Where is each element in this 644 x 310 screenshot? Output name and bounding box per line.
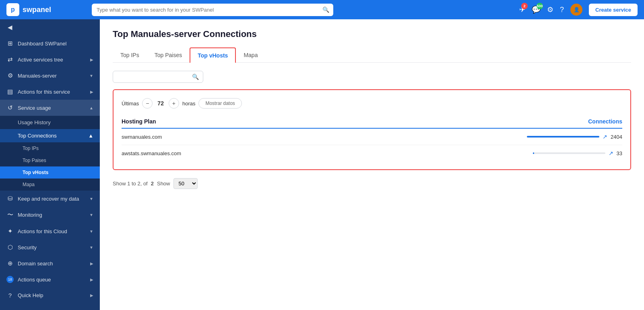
chevron-right-icon-2: ▶ [90, 90, 93, 94]
sidebar-item-top-connections[interactable]: Top Connections ▲ [0, 129, 100, 142]
sidebar-item-monitoring[interactable]: 〜 Monitoring ▼ [0, 207, 100, 223]
usage-history-label: Usage History [18, 119, 51, 125]
sidebar-item-keep-recover[interactable]: ⛁ Keep and recover my data ▼ [0, 191, 100, 207]
main-content: Top Manuales-server Connections Top IPs … [100, 19, 644, 310]
sidebar-item-dashboard[interactable]: ⊞ Dashboard SWPanel [0, 35, 100, 51]
top-vhosts-label: Top vHosts [23, 170, 48, 175]
connections-2: 33 [617, 150, 622, 156]
sidebar-item-service-usage[interactable]: ↺ Service usage ▲ [0, 100, 100, 116]
chevron-icon-monitoring: ▼ [89, 213, 93, 217]
tab-mapa[interactable]: Mapa [236, 47, 265, 63]
chevron-icon-security: ▼ [89, 245, 93, 250]
settings-btn[interactable]: ⚙ [547, 5, 553, 14]
mostrar-datos-btn[interactable]: Mostrar datos [198, 98, 242, 109]
ultimas-label: Últimas [122, 101, 139, 107]
tab-top-ips[interactable]: Top IPs [113, 47, 147, 63]
sidebar-item-top-ips[interactable]: Top IPs [0, 142, 100, 154]
notifications-btn[interactable]: ✈ 2 [519, 5, 525, 14]
sidebar-item-actions-queue[interactable]: 18 Actions queue ▶ [0, 271, 100, 287]
logo: p swpanel [6, 3, 87, 16]
top-connections-label: Top Connections [18, 133, 57, 139]
sidebar-item-actions-service[interactable]: ▤ Actions for this service ▶ [0, 84, 100, 100]
data-box: Últimas − 72 + horas Mostrar datos Hosti… [113, 89, 631, 170]
sidebar-label-manuales-server: Manuales-server [18, 73, 85, 79]
domain-1: swmanuales.com [122, 134, 162, 140]
chevron-icon-domain: ▶ [90, 261, 93, 266]
bar-2-container [533, 152, 605, 154]
top-connections-chevron: ▲ [88, 133, 93, 139]
sidebar-item-usage-history[interactable]: Usage History [0, 116, 100, 129]
top-paises-label: Top Paises [23, 158, 46, 163]
sidebar-label-dashboard: Dashboard SWPanel [18, 41, 93, 47]
sidebar-label-security: Security [18, 244, 85, 250]
help-btn[interactable]: ? [560, 6, 564, 14]
decrement-btn[interactable]: − [142, 98, 153, 109]
filter-search-icon: 🔍 [192, 74, 199, 80]
bar-2-fill [533, 152, 535, 154]
sidebar-item-security[interactable]: ⬡ Security ▼ [0, 239, 100, 255]
hours-value: 72 [156, 100, 165, 107]
bar-1-fill [527, 136, 599, 138]
top-ips-label: Top IPs [23, 146, 39, 151]
per-page-select[interactable]: 10 25 50 100 [173, 178, 198, 189]
sidebar-item-quick-help[interactable]: ? Quick Help ▶ [0, 287, 100, 303]
server-icon: ⚙ [6, 72, 14, 79]
monitoring-icon: 〜 [6, 211, 14, 219]
domain-search-icon: ⊕ [6, 260, 14, 267]
filter-search-container: 🔍 [113, 71, 203, 83]
sidebar-collapse-btn[interactable]: ◀ [0, 19, 100, 35]
pagination: Show 1 to 2, of 2 Show 10 25 50 100 [113, 178, 631, 189]
increment-btn[interactable]: + [169, 98, 179, 109]
chevron-icon-cloud: ▼ [89, 229, 93, 234]
sidebar-label-actions-service: Actions for this service [18, 89, 86, 95]
pagination-total: 2 [151, 181, 154, 187]
connections-1: 2404 [611, 134, 622, 140]
search-input[interactable] [92, 4, 333, 16]
sidebar-label-active-services: Active services tree [18, 57, 86, 63]
notification-badge: 2 [521, 3, 528, 9]
table-header: Hosting Plan Connections [122, 115, 622, 129]
layout: ◀ ⊞ Dashboard SWPanel ⇄ Active services … [0, 19, 644, 310]
keep-recover-icon: ⛁ [6, 195, 14, 202]
sidebar-item-domain-search[interactable]: ⊕ Domain search ▶ [0, 255, 100, 271]
sidebar-item-top-vhosts[interactable]: Top vHosts [0, 166, 100, 179]
search-icon: 🔍 [322, 6, 329, 13]
actions-cloud-icon: ✦ [6, 228, 14, 235]
chevron-right-icon: ▶ [90, 57, 93, 62]
sidebar-label-actions-cloud: Actions for this Cloud [18, 228, 85, 234]
sidebar-item-actions-cloud[interactable]: ✦ Actions for this Cloud ▼ [0, 223, 100, 239]
external-link-icon-2[interactable]: ↗ [609, 150, 613, 156]
quick-help-icon: ? [6, 292, 14, 299]
avatar[interactable]: 👤 [570, 4, 582, 16]
actions-service-icon: ▤ [6, 88, 14, 95]
chevron-icon-help: ▶ [90, 293, 93, 298]
sidebar: ◀ ⊞ Dashboard SWPanel ⇄ Active services … [0, 19, 100, 310]
chevron-down-icon: ▼ [89, 74, 93, 78]
points-badge: 500 [537, 3, 543, 9]
sidebar-item-top-paises[interactable]: Top Paises [0, 154, 100, 166]
tab-top-vhosts[interactable]: Top vHosts [190, 47, 236, 63]
row-2-right: ↗ 33 [533, 150, 622, 156]
external-link-icon-1[interactable]: ↗ [603, 133, 607, 140]
sidebar-item-mapa[interactable]: Mapa [0, 179, 100, 191]
topbar-actions: ✈ 2 💬 500 ⚙ ? 👤 Create service [519, 4, 638, 16]
create-service-button[interactable]: Create service [589, 4, 638, 16]
col-connections: Connections [588, 118, 622, 125]
sidebar-item-manuales-server[interactable]: ⚙ Manuales-server ▼ [0, 68, 100, 84]
domain-2: awstats.swmanuales.com [122, 150, 181, 156]
sidebar-label-keep-recover: Keep and recover my data [18, 196, 85, 202]
tab-top-paises[interactable]: Top Paises [147, 47, 190, 63]
pagination-show-text: Show 1 to 2, of [113, 181, 148, 187]
sidebar-item-active-services[interactable]: ⇄ Active services tree ▶ [0, 51, 100, 68]
table-row-2: awstats.swmanuales.com ↗ 33 [122, 145, 622, 161]
sidebar-label-service-usage: Service usage [18, 105, 85, 111]
bar-1-container [527, 136, 599, 138]
logo-icon: p [6, 3, 19, 16]
pagination-show-label: Show [157, 181, 170, 187]
active-services-icon: ⇄ [6, 56, 14, 63]
dashboard-icon: ⊞ [6, 40, 14, 47]
filter-input[interactable] [117, 74, 190, 80]
points-btn[interactable]: 💬 500 [532, 5, 541, 14]
actions-queue-icon: 18 [6, 276, 14, 283]
chevron-icon-keep: ▼ [89, 197, 93, 201]
